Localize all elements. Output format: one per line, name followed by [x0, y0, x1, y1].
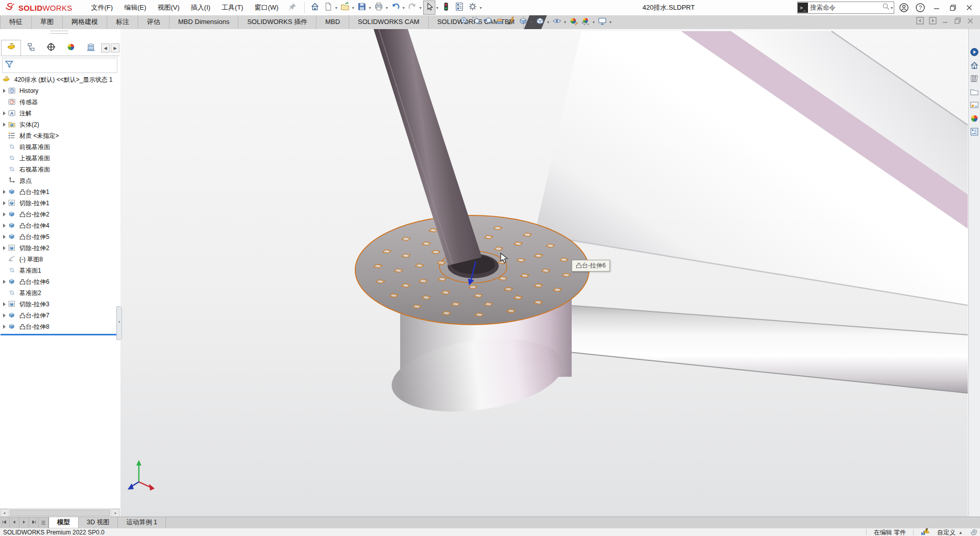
section-view-button[interactable] — [495, 16, 505, 28]
hide-show-items-caret-icon[interactable]: ▾ — [564, 20, 566, 25]
menu-视图(V)[interactable]: 视图(V) — [152, 0, 185, 15]
file-explorer-icon[interactable] — [969, 86, 980, 97]
expand-icon[interactable] — [0, 246, 8, 250]
doc-minimize-button[interactable] — [942, 17, 949, 27]
last-tab-button[interactable] — [29, 517, 39, 528]
rebuild-button[interactable] — [440, 1, 452, 15]
view-orientation-button[interactable] — [518, 16, 528, 28]
panel-horizontal-scrollbar[interactable]: ◂ ▸ — [0, 508, 120, 517]
doc-close-button[interactable] — [967, 17, 974, 27]
tree-item[interactable]: 凸台-拉伸7 — [0, 310, 120, 321]
scrollbar-thumb[interactable] — [10, 509, 110, 516]
solidworks-resources-icon[interactable] — [969, 46, 980, 57]
menu-窗口(W)[interactable]: 窗口(W) — [249, 0, 284, 15]
close-button[interactable] — [963, 1, 976, 14]
view-settings-caret-icon[interactable]: ▾ — [609, 20, 611, 25]
tree-item[interactable]: (-) 草图8 — [0, 254, 120, 265]
customize-control[interactable]: 自定义 ▲ — [937, 528, 963, 536]
expand-icon[interactable] — [0, 280, 8, 284]
dynamic-annotation-views-button[interactable]: A — [506, 16, 517, 28]
tab-SOLIDWORKS 插件[interactable]: SOLIDWORKS 插件 — [238, 15, 316, 29]
menu-编辑(E)[interactable]: 编辑(E) — [118, 0, 152, 15]
hide-show-items-button[interactable] — [552, 16, 562, 28]
rebuild-warning-icon[interactable] — [921, 528, 930, 536]
scroll-right-icon[interactable]: ▸ — [111, 509, 120, 517]
tree-filter-input[interactable] — [16, 60, 115, 71]
tree-item[interactable]: 传感器 — [0, 96, 120, 108]
prev-tab-button[interactable] — [10, 517, 19, 528]
apply-scene-caret-icon[interactable]: ▾ — [593, 20, 595, 25]
login-user-icon[interactable] — [897, 1, 911, 14]
apply-scene-button[interactable] — [580, 16, 591, 28]
open-caret-icon[interactable]: ▾ — [352, 6, 354, 10]
view-orientation-caret-icon[interactable]: ▾ — [530, 20, 532, 25]
pin-menu-icon[interactable] — [288, 3, 297, 13]
search-scope-caret-icon[interactable]: ▾ — [891, 6, 893, 10]
previous-view-button[interactable] — [483, 16, 493, 28]
tree-item[interactable]: 凸台-拉伸4 — [0, 220, 120, 231]
options-gear-caret-icon[interactable]: ▾ — [480, 6, 482, 10]
help-icon[interactable]: ? — [914, 1, 927, 14]
search-icon[interactable] — [882, 3, 890, 13]
select-cursor-caret-icon[interactable]: ▾ — [436, 6, 438, 10]
minimize-button[interactable] — [930, 1, 943, 14]
next-tab-button[interactable] — [19, 517, 29, 528]
graphics-area[interactable]: 凸台-拉伸6 — [120, 29, 968, 517]
tree-item[interactable]: History — [0, 85, 120, 96]
expand-icon[interactable] — [0, 123, 8, 127]
units-stamp-icon[interactable] — [970, 528, 978, 536]
panel-tab-dimxpertmanager[interactable] — [61, 40, 81, 56]
options-gear-button[interactable] — [467, 1, 479, 15]
search-box[interactable]: >_ ▾ — [797, 2, 894, 14]
open-button[interactable] — [339, 1, 351, 15]
custom-properties-icon[interactable] — [969, 126, 980, 137]
tree-item[interactable]: A注解 — [0, 108, 120, 119]
doc-tab-运动算例 1[interactable]: 运动算例 1 — [118, 517, 165, 528]
pane-next-icon[interactable] — [929, 17, 937, 27]
tree-item[interactable]: 凸台-拉伸5 — [0, 231, 120, 242]
save-button[interactable] — [356, 1, 368, 15]
tree-item[interactable]: 前视基准面 — [0, 141, 120, 153]
search-input[interactable] — [808, 4, 882, 11]
tab-特征[interactable]: 特征 — [0, 15, 32, 29]
tree-item[interactable]: 原点 — [0, 175, 120, 186]
tree-item[interactable]: 凸台-拉伸2 — [0, 209, 120, 220]
scroll-tabs-left-icon[interactable]: ◀ — [101, 43, 110, 53]
print-caret-icon[interactable]: ▾ — [386, 6, 388, 10]
tree-item[interactable]: 上视基准面 — [0, 153, 120, 164]
restore-button[interactable] — [946, 1, 960, 14]
tree-item[interactable]: 实体(2) — [0, 119, 120, 130]
expand-icon[interactable] — [0, 201, 8, 205]
tree-item[interactable]: 切除-拉伸2 — [0, 242, 120, 254]
panel-tab-displaymanager[interactable] — [81, 40, 101, 56]
redo-button[interactable] — [406, 1, 419, 15]
undo-caret-icon[interactable]: ▾ — [403, 6, 405, 10]
tab-草图[interactable]: 草图 — [32, 15, 63, 29]
tab-list-button[interactable] — [39, 517, 48, 528]
view-settings-button[interactable] — [597, 16, 607, 28]
first-tab-button[interactable] — [0, 517, 10, 528]
zoom-to-area-button[interactable] — [471, 16, 481, 28]
edit-appearance-button[interactable] — [569, 16, 579, 28]
tab-标注[interactable]: 标注 — [107, 15, 138, 29]
panel-splitter-handle[interactable] — [116, 306, 122, 340]
expand-icon[interactable] — [0, 325, 8, 329]
expand-icon[interactable] — [0, 212, 8, 216]
properties-button[interactable] — [453, 1, 465, 15]
zoom-to-fit-button[interactable] — [459, 16, 470, 28]
doc-tab-模型[interactable]: 模型 — [48, 517, 79, 528]
expand-icon[interactable] — [0, 89, 8, 93]
panel-grip[interactable] — [50, 31, 68, 34]
tree-root-item[interactable]: 420排水 (默认) <<默认>_显示状态 1 — [0, 74, 120, 85]
new-document-caret-icon[interactable]: ▾ — [335, 6, 337, 10]
expand-icon[interactable] — [0, 313, 8, 318]
view-palette-icon[interactable] — [969, 100, 980, 110]
expand-icon[interactable] — [0, 235, 8, 239]
panel-tab-propertymanager[interactable] — [21, 40, 41, 56]
tree-item[interactable]: 材质 <未指定> — [0, 130, 120, 141]
design-library-icon[interactable] — [969, 73, 980, 84]
rollback-bar[interactable] — [1, 334, 118, 335]
save-caret-icon[interactable]: ▾ — [369, 6, 371, 10]
tab-SOLIDWORKS CAM[interactable]: SOLIDWORKS CAM — [349, 15, 429, 29]
expand-icon[interactable] — [0, 224, 8, 228]
